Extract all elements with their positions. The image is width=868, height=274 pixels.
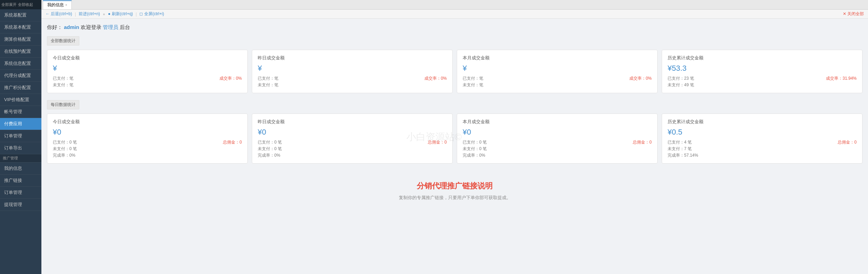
forward-btn[interactable]: 前进(ctrl+n) [79, 11, 100, 17]
all-month-rate: 成交率：0% [629, 76, 652, 88]
daily-history-commission-val: 总佣金：0 [838, 139, 857, 145]
sidebar-item-sys-basic[interactable]: 系统基本配置 [0, 21, 41, 33]
daily-yesterday-commission-num: 0 [444, 140, 447, 145]
all-today-card: 今日成交金额 ¥ 已支付：笔 未支付：笔 成交率：0% [47, 50, 248, 93]
tab-my-info-label: 我的信息 [47, 2, 64, 8]
sidebar-item-agent-share[interactable]: 代理分成配置 [0, 70, 41, 82]
daily-yesterday-commission-val: 总佣金：0 [428, 139, 447, 145]
daily-month-commission-val: 总佣金：0 [633, 139, 652, 145]
all-history-rate-val: 成交率：31.94% [826, 76, 857, 81]
daily-history-card: 历史累计成交金额 ¥0.5 已支付：4 笔 未支付：7 笔 完成率：57.14%… [662, 114, 862, 164]
daily-history-counts: 已支付：4 笔 未支付：7 笔 完成率：57.14% [668, 139, 698, 158]
welcome-suffix: 后台 [120, 24, 130, 30]
daily-month-footer: 已支付：0 笔 未支付：0 笔 完成率：0% 总佣金：0 [463, 139, 652, 158]
daily-yesterday-unpaid: 未支付：0 笔 [258, 146, 282, 152]
daily-today-card: 今日成交金额 ¥0 已支付：0 笔 未支付：0 笔 完成率：0% 总佣金：0 [47, 114, 248, 164]
promo-subtitle: 复制你的专属推广链接，只要用户下单你部可获取提成。 [57, 195, 852, 201]
all-today-footer: 已支付：笔 未支付：笔 成交率：0% [53, 76, 242, 88]
daily-history-commission-num: 0 [854, 140, 857, 145]
yen-icon3: ¥ [463, 64, 467, 72]
sidebar-item-promo-points[interactable]: 推广积分配置 [0, 82, 41, 94]
sidebar-item-promo-link[interactable]: 推广链接 [0, 175, 41, 187]
daily-month-completion: 完成率：0% [463, 153, 487, 158]
sidebar-item-online-booking[interactable]: 在线预约配置 [0, 46, 41, 58]
daily-today-paid: 已支付：0 笔 [53, 139, 77, 145]
daily-stats-grid: 今日成交金额 ¥0 已支付：0 笔 未支付：0 笔 完成率：0% 总佣金：0 [47, 114, 862, 164]
all-yesterday-unpaid: 未支付：笔 [258, 82, 278, 88]
yen-icon2: ¥ [258, 64, 262, 72]
sidebar-item-sys-base[interactable]: 系统基配置 [0, 9, 41, 21]
tab-my-info[interactable]: 我的信息 × [43, 0, 72, 9]
fullscreen-btn[interactable]: ◻ 全屏(ctrl+i) [139, 11, 164, 17]
welcome-prefix: 你好： [47, 24, 62, 30]
daily-month-card: 本月成交金额 ¥0 已支付：0 笔 未支付：0 笔 完成率：0% 总佣金：0 [457, 114, 658, 164]
expand-all-btn[interactable]: 全部展开 [1, 2, 17, 7]
sidebar-item-order-mgmt2[interactable]: 订单管理 [0, 187, 41, 199]
daily-history-value: ¥0.5 [668, 128, 857, 137]
close-all-btn[interactable]: ✕ 关闭全部 [843, 11, 864, 16]
welcome-role[interactable]: 管理员 [103, 24, 118, 30]
sidebar-item-account[interactable]: 帐号管理 [0, 106, 41, 118]
daily-month-counts: 已支付：0 笔 未支付：0 笔 完成率：0% [463, 139, 487, 158]
all-data-section-header: 全部数据统计 [47, 36, 79, 46]
welcome-middle: 欢迎登录 [81, 24, 101, 30]
welcome-text: 你好： admin 欢迎登录 管理员 后台 [47, 24, 862, 31]
all-history-paid: 已支付：23 笔 [668, 76, 694, 81]
daily-today-footer: 已支付：0 笔 未支付：0 笔 完成率：0% 总佣金：0 [53, 139, 242, 158]
all-today-value: ¥ [53, 64, 242, 73]
daily-month-unpaid: 未支付：0 笔 [463, 146, 487, 152]
daily-today-commission: 总佣金：0 [223, 139, 242, 158]
all-month-rate-num: 0% [646, 76, 652, 81]
daily-yesterday-value: ¥0 [258, 128, 447, 137]
back-btn[interactable]: ← 后退(ctrl+b) [46, 11, 72, 17]
sidebar-item-my-info[interactable]: 我的信息 [0, 163, 41, 175]
tab-close-icon[interactable]: × [65, 3, 67, 7]
all-yesterday-footer: 已支付：笔 未支付：笔 成交率：0% [258, 76, 447, 88]
main-area: 我的信息 × ← 后退(ctrl+b) | 前进(ctrl+n) ● ● 刷新(… [41, 0, 868, 274]
daily-yesterday-footer: 已支付：0 笔 未支付：0 笔 完成率：0% 总佣金：0 [258, 139, 447, 158]
all-yesterday-rate: 成交率：0% [424, 76, 447, 88]
sidebar-item-promo-mgmt[interactable]: 推广管理 [0, 154, 41, 163]
all-history-rate-num: 31.94% [842, 76, 857, 81]
daily-history-paid: 已支付：4 笔 [668, 139, 698, 145]
all-yesterday-rate-num: 0% [441, 76, 447, 81]
sidebar-item-price-calc[interactable]: 测算价格配置 [0, 33, 41, 46]
all-month-rate-val: 成交率：0% [629, 76, 652, 81]
daily-history-title: 历史累计成交金额 [668, 119, 857, 125]
sidebar-item-sys-info[interactable]: 系统信息配置 [0, 58, 41, 70]
all-history-footer: 已支付：23 笔 未支付：49 笔 成交率：31.94% [668, 76, 857, 88]
sidebar-item-vip-price[interactable]: VIP价格配置 [0, 94, 41, 106]
all-history-rate: 成交率：31.94% [826, 76, 857, 88]
all-history-value: ¥53.3 [668, 64, 857, 73]
daily-yesterday-counts: 已支付：0 笔 未支付：0 笔 完成率：0% [258, 139, 282, 158]
sidebar-item-order-mgmt[interactable]: 订单管理 [0, 130, 41, 142]
collapse-all-btn[interactable]: 全部收起 [18, 2, 33, 7]
daily-today-commission-num: 0 [239, 140, 242, 145]
toolbar: ← 后退(ctrl+b) | 前进(ctrl+n) ● ● 刷新(ctrl+q)… [41, 10, 868, 19]
daily-month-commission-num: 0 [649, 140, 652, 145]
daily-today-unpaid: 未支付：0 笔 [53, 146, 77, 152]
daily-month-paid: 已支付：0 笔 [463, 139, 487, 145]
all-stats-grid: 今日成交金额 ¥ 已支付：笔 未支付：笔 成交率：0% [47, 50, 862, 93]
all-yesterday-card: 昨日成交金额 ¥ 已支付：笔 未支付：笔 成交率：0% [252, 50, 453, 93]
all-yesterday-title: 昨日成交金额 [258, 55, 447, 61]
daily-month-commission: 总佣金：0 [633, 139, 652, 158]
refresh-btn[interactable]: ● 刷新(ctrl+q) [108, 11, 133, 17]
all-month-footer: 已支付：笔 未支付：笔 成交率：0% [463, 76, 652, 88]
all-yesterday-counts: 已支付：笔 未支付：笔 [258, 76, 278, 88]
tab-bar: 我的信息 × [41, 0, 868, 10]
sep2: ● [103, 12, 105, 17]
all-today-counts: 已支付：笔 未支付：笔 [53, 76, 73, 88]
daily-data-section-header: 每日数据统计 [47, 100, 79, 109]
all-today-paid: 已支付：笔 [53, 76, 73, 81]
daily-history-footer: 已支付：4 笔 未支付：7 笔 完成率：57.14% 总佣金：0 [668, 139, 857, 158]
all-month-unpaid: 未支付：笔 [463, 82, 483, 88]
daily-yesterday-card: 昨日成交金额 ¥0 已支付：0 笔 未支付：0 笔 完成率：0% 总佣金：0 [252, 114, 453, 164]
sidebar: 全部展开 全部收起 系统基配置 系统基本配置 测算价格配置 在线预约配置 系统信… [0, 0, 41, 274]
sidebar-item-paid-apps[interactable]: 付费应用 [0, 118, 41, 130]
all-history-title: 历史累计成交金额 [668, 55, 857, 61]
sidebar-item-withdrawal[interactable]: 提现管理 [0, 199, 41, 211]
all-history-unpaid: 未支付：49 笔 [668, 82, 694, 88]
sidebar-item-order-export[interactable]: 订单导出 [0, 142, 41, 154]
daily-yesterday-completion: 完成率：0% [258, 153, 282, 158]
